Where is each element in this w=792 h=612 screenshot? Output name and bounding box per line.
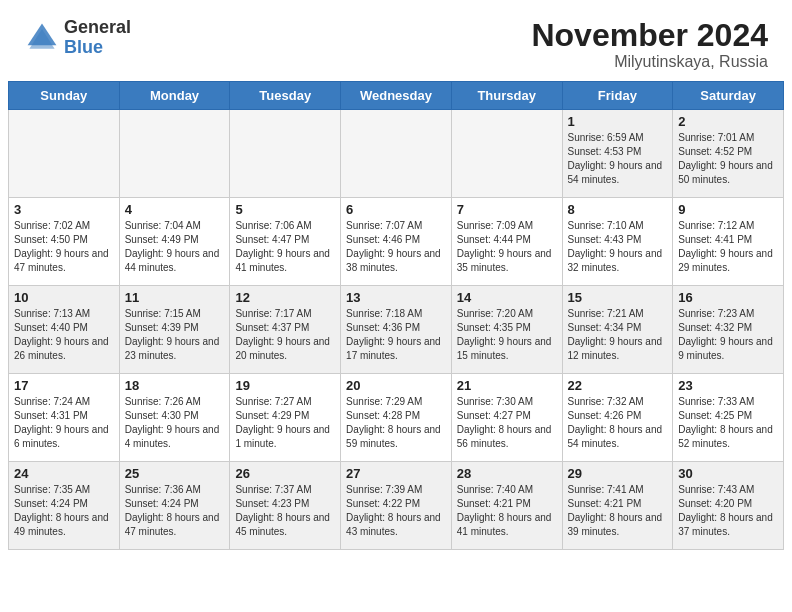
day-info: Sunrise: 7:17 AM Sunset: 4:37 PM Dayligh…: [235, 307, 335, 363]
calendar-cell: 7Sunrise: 7:09 AM Sunset: 4:44 PM Daylig…: [451, 198, 562, 286]
calendar-cell: 4Sunrise: 7:04 AM Sunset: 4:49 PM Daylig…: [119, 198, 230, 286]
calendar-cell: 16Sunrise: 7:23 AM Sunset: 4:32 PM Dayli…: [673, 286, 784, 374]
day-info: Sunrise: 7:29 AM Sunset: 4:28 PM Dayligh…: [346, 395, 446, 451]
calendar-cell: 13Sunrise: 7:18 AM Sunset: 4:36 PM Dayli…: [341, 286, 452, 374]
calendar-cell: 30Sunrise: 7:43 AM Sunset: 4:20 PM Dayli…: [673, 462, 784, 550]
calendar-table: Sunday Monday Tuesday Wednesday Thursday…: [8, 81, 784, 550]
day-number: 20: [346, 378, 446, 393]
calendar-cell: 19Sunrise: 7:27 AM Sunset: 4:29 PM Dayli…: [230, 374, 341, 462]
day-info: Sunrise: 7:41 AM Sunset: 4:21 PM Dayligh…: [568, 483, 668, 539]
day-number: 17: [14, 378, 114, 393]
calendar-cell: [9, 110, 120, 198]
day-number: 4: [125, 202, 225, 217]
calendar-cell: 23Sunrise: 7:33 AM Sunset: 4:25 PM Dayli…: [673, 374, 784, 462]
calendar-cell: 22Sunrise: 7:32 AM Sunset: 4:26 PM Dayli…: [562, 374, 673, 462]
calendar-cell: 9Sunrise: 7:12 AM Sunset: 4:41 PM Daylig…: [673, 198, 784, 286]
day-info: Sunrise: 7:01 AM Sunset: 4:52 PM Dayligh…: [678, 131, 778, 187]
header-tuesday: Tuesday: [230, 82, 341, 110]
calendar-week-row: 3Sunrise: 7:02 AM Sunset: 4:50 PM Daylig…: [9, 198, 784, 286]
day-info: Sunrise: 7:32 AM Sunset: 4:26 PM Dayligh…: [568, 395, 668, 451]
calendar-cell: [119, 110, 230, 198]
day-info: Sunrise: 7:15 AM Sunset: 4:39 PM Dayligh…: [125, 307, 225, 363]
calendar-week-row: 17Sunrise: 7:24 AM Sunset: 4:31 PM Dayli…: [9, 374, 784, 462]
calendar-cell: 5Sunrise: 7:06 AM Sunset: 4:47 PM Daylig…: [230, 198, 341, 286]
day-number: 21: [457, 378, 557, 393]
calendar-cell: 3Sunrise: 7:02 AM Sunset: 4:50 PM Daylig…: [9, 198, 120, 286]
month-title: November 2024: [531, 18, 768, 53]
header: General Blue November 2024 Milyutinskaya…: [0, 0, 792, 81]
day-info: Sunrise: 7:35 AM Sunset: 4:24 PM Dayligh…: [14, 483, 114, 539]
location: Milyutinskaya, Russia: [531, 53, 768, 71]
calendar-cell: 12Sunrise: 7:17 AM Sunset: 4:37 PM Dayli…: [230, 286, 341, 374]
day-number: 18: [125, 378, 225, 393]
day-number: 25: [125, 466, 225, 481]
day-number: 14: [457, 290, 557, 305]
day-info: Sunrise: 7:39 AM Sunset: 4:22 PM Dayligh…: [346, 483, 446, 539]
header-saturday: Saturday: [673, 82, 784, 110]
day-info: Sunrise: 7:07 AM Sunset: 4:46 PM Dayligh…: [346, 219, 446, 275]
calendar-cell: 21Sunrise: 7:30 AM Sunset: 4:27 PM Dayli…: [451, 374, 562, 462]
calendar-cell: 17Sunrise: 7:24 AM Sunset: 4:31 PM Dayli…: [9, 374, 120, 462]
day-number: 24: [14, 466, 114, 481]
calendar-week-row: 10Sunrise: 7:13 AM Sunset: 4:40 PM Dayli…: [9, 286, 784, 374]
day-number: 8: [568, 202, 668, 217]
day-number: 22: [568, 378, 668, 393]
day-info: Sunrise: 7:26 AM Sunset: 4:30 PM Dayligh…: [125, 395, 225, 451]
day-info: Sunrise: 7:20 AM Sunset: 4:35 PM Dayligh…: [457, 307, 557, 363]
day-number: 19: [235, 378, 335, 393]
header-thursday: Thursday: [451, 82, 562, 110]
day-number: 13: [346, 290, 446, 305]
day-number: 26: [235, 466, 335, 481]
day-info: Sunrise: 7:40 AM Sunset: 4:21 PM Dayligh…: [457, 483, 557, 539]
calendar-week-row: 1Sunrise: 6:59 AM Sunset: 4:53 PM Daylig…: [9, 110, 784, 198]
day-number: 29: [568, 466, 668, 481]
calendar-cell: 20Sunrise: 7:29 AM Sunset: 4:28 PM Dayli…: [341, 374, 452, 462]
calendar-cell: [341, 110, 452, 198]
day-number: 11: [125, 290, 225, 305]
day-info: Sunrise: 7:36 AM Sunset: 4:24 PM Dayligh…: [125, 483, 225, 539]
day-info: Sunrise: 7:33 AM Sunset: 4:25 PM Dayligh…: [678, 395, 778, 451]
logo: General Blue: [24, 18, 131, 58]
day-info: Sunrise: 7:06 AM Sunset: 4:47 PM Dayligh…: [235, 219, 335, 275]
calendar-cell: [230, 110, 341, 198]
day-info: Sunrise: 7:23 AM Sunset: 4:32 PM Dayligh…: [678, 307, 778, 363]
day-info: Sunrise: 7:18 AM Sunset: 4:36 PM Dayligh…: [346, 307, 446, 363]
days-header-row: Sunday Monday Tuesday Wednesday Thursday…: [9, 82, 784, 110]
logo-general: General: [64, 18, 131, 38]
day-number: 15: [568, 290, 668, 305]
calendar-cell: 26Sunrise: 7:37 AM Sunset: 4:23 PM Dayli…: [230, 462, 341, 550]
day-number: 30: [678, 466, 778, 481]
calendar-cell: 1Sunrise: 6:59 AM Sunset: 4:53 PM Daylig…: [562, 110, 673, 198]
day-number: 9: [678, 202, 778, 217]
calendar-week-row: 24Sunrise: 7:35 AM Sunset: 4:24 PM Dayli…: [9, 462, 784, 550]
calendar-cell: 8Sunrise: 7:10 AM Sunset: 4:43 PM Daylig…: [562, 198, 673, 286]
calendar-cell: 27Sunrise: 7:39 AM Sunset: 4:22 PM Dayli…: [341, 462, 452, 550]
day-number: 6: [346, 202, 446, 217]
day-number: 12: [235, 290, 335, 305]
day-number: 1: [568, 114, 668, 129]
day-info: Sunrise: 7:37 AM Sunset: 4:23 PM Dayligh…: [235, 483, 335, 539]
logo-icon: [24, 20, 60, 56]
calendar-cell: 29Sunrise: 7:41 AM Sunset: 4:21 PM Dayli…: [562, 462, 673, 550]
day-number: 28: [457, 466, 557, 481]
calendar-cell: 18Sunrise: 7:26 AM Sunset: 4:30 PM Dayli…: [119, 374, 230, 462]
day-info: Sunrise: 7:30 AM Sunset: 4:27 PM Dayligh…: [457, 395, 557, 451]
day-info: Sunrise: 7:13 AM Sunset: 4:40 PM Dayligh…: [14, 307, 114, 363]
day-number: 23: [678, 378, 778, 393]
calendar-cell: 28Sunrise: 7:40 AM Sunset: 4:21 PM Dayli…: [451, 462, 562, 550]
day-number: 7: [457, 202, 557, 217]
calendar-cell: 10Sunrise: 7:13 AM Sunset: 4:40 PM Dayli…: [9, 286, 120, 374]
calendar-cell: [451, 110, 562, 198]
calendar: Sunday Monday Tuesday Wednesday Thursday…: [0, 81, 792, 558]
calendar-cell: 14Sunrise: 7:20 AM Sunset: 4:35 PM Dayli…: [451, 286, 562, 374]
calendar-cell: 25Sunrise: 7:36 AM Sunset: 4:24 PM Dayli…: [119, 462, 230, 550]
calendar-cell: 15Sunrise: 7:21 AM Sunset: 4:34 PM Dayli…: [562, 286, 673, 374]
day-info: Sunrise: 7:09 AM Sunset: 4:44 PM Dayligh…: [457, 219, 557, 275]
day-number: 27: [346, 466, 446, 481]
day-info: Sunrise: 7:02 AM Sunset: 4:50 PM Dayligh…: [14, 219, 114, 275]
header-wednesday: Wednesday: [341, 82, 452, 110]
day-number: 5: [235, 202, 335, 217]
day-info: Sunrise: 7:04 AM Sunset: 4:49 PM Dayligh…: [125, 219, 225, 275]
day-number: 3: [14, 202, 114, 217]
day-number: 16: [678, 290, 778, 305]
